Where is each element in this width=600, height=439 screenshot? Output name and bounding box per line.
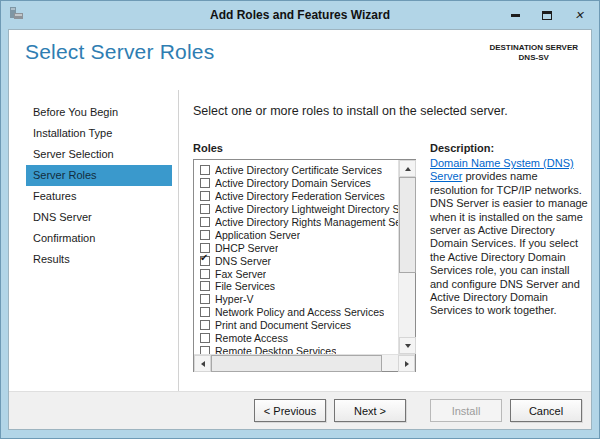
role-row-remote-access[interactable]: Remote Access — [200, 332, 398, 345]
role-row-network-policy-and-access-services[interactable]: Network Policy and Access Services — [200, 306, 398, 319]
role-checkbox-active-directory-rights-management-services[interactable] — [200, 217, 210, 227]
horizontal-scrollbar[interactable] — [194, 354, 415, 371]
role-label: Remote Access — [215, 332, 288, 344]
role-checkbox-fax-server[interactable] — [200, 269, 210, 279]
main-panel: Select one or more roles to install on t… — [180, 90, 591, 391]
sidebar-item-results[interactable]: Results — [26, 249, 172, 270]
role-label: DNS Server — [215, 255, 271, 267]
scroll-left-button[interactable] — [194, 355, 211, 372]
sidebar-item-features[interactable]: Features — [26, 186, 172, 207]
wizard-window: Add Roles and Features Wizard ✕ Select S… — [0, 0, 600, 439]
destination-server-label: DESTINATION SERVER — [489, 43, 578, 53]
minimize-button[interactable] — [507, 7, 523, 23]
role-row-dhcp-server[interactable]: DHCP Server — [200, 241, 398, 254]
sidebar-item-dns-server[interactable]: DNS Server — [26, 207, 172, 228]
titlebar[interactable]: Add Roles and Features Wizard ✕ — [1, 1, 599, 29]
close-icon: ✕ — [574, 10, 583, 21]
role-label: Print and Document Services — [215, 319, 351, 331]
role-label: File Services — [215, 280, 275, 292]
role-row-dns-server[interactable]: ✔DNS Server — [200, 254, 398, 267]
scroll-left-icon — [201, 361, 205, 367]
maximize-button[interactable] — [539, 7, 555, 23]
maximize-icon — [542, 11, 552, 20]
scroll-down-icon — [405, 344, 411, 348]
description-text: Domain Name System (DNS) Server provides… — [430, 157, 588, 318]
role-row-hyper-v[interactable]: Hyper-V — [200, 293, 398, 306]
wizard-app-icon — [9, 7, 25, 22]
role-checkbox-active-directory-lightweight-directory-services[interactable] — [200, 204, 210, 214]
description-label: Description: — [430, 142, 494, 154]
scroll-right-button[interactable] — [398, 355, 415, 372]
role-row-fax-server[interactable]: Fax Server — [200, 267, 398, 280]
scroll-down-button[interactable] — [399, 337, 416, 354]
wizard-steps-nav: Before You BeginInstallation TypeServer … — [9, 90, 179, 391]
minimize-icon — [511, 14, 520, 17]
role-row-active-directory-federation-services[interactable]: Active Directory Federation Services — [200, 190, 398, 203]
roles-list: Active Directory Certificate ServicesAct… — [194, 160, 398, 354]
role-row-application-server[interactable]: Application Server — [200, 228, 398, 241]
role-label: Active Directory Lightweight Directory S… — [215, 203, 398, 215]
role-label: Remote Desktop Services — [215, 345, 336, 354]
role-row-active-directory-domain-services[interactable]: Active Directory Domain Services — [200, 177, 398, 190]
scroll-up-button[interactable] — [399, 160, 416, 177]
role-label: Active Directory Certificate Services — [215, 164, 382, 176]
role-checkbox-active-directory-federation-services[interactable] — [200, 191, 210, 201]
role-checkbox-application-server[interactable] — [200, 230, 210, 240]
vertical-scrollbar-thumb[interactable] — [399, 177, 416, 273]
role-checkbox-active-directory-domain-services[interactable] — [200, 178, 210, 188]
wizard-header: Select Server Roles DESTINATION SERVER D… — [9, 30, 591, 90]
horizontal-scrollbar-thumb[interactable] — [211, 355, 382, 372]
sidebar-item-server-selection[interactable]: Server Selection — [26, 144, 172, 165]
scroll-right-icon — [405, 361, 409, 367]
role-checkbox-remote-access[interactable] — [200, 333, 210, 343]
role-checkbox-hyper-v[interactable] — [200, 294, 210, 304]
role-row-remote-desktop-services[interactable]: Remote Desktop Services — [200, 344, 398, 354]
role-label: Network Policy and Access Services — [215, 306, 384, 318]
footer-buttons: < PreviousNext >InstallCancel — [254, 399, 582, 422]
role-row-file-services[interactable]: File Services — [200, 280, 398, 293]
checkmark-icon: ✔ — [200, 253, 208, 263]
wizard-body: Select Server Roles DESTINATION SERVER D… — [8, 29, 592, 430]
role-label: Active Directory Domain Services — [215, 177, 371, 189]
install-button[interactable]: Install — [430, 399, 502, 422]
role-checkbox-dns-server[interactable]: ✔ — [200, 256, 210, 266]
sidebar-item-installation-type[interactable]: Installation Type — [26, 123, 172, 144]
sidebar-item-server-roles[interactable]: Server Roles — [26, 165, 172, 186]
destination-server-name: DNS-SV — [489, 53, 578, 63]
description-body: provides name resolution for TCP/IP netw… — [430, 170, 588, 316]
scroll-up-icon — [405, 167, 411, 171]
role-checkbox-print-and-document-services[interactable] — [200, 320, 210, 330]
close-button[interactable]: ✕ — [571, 7, 587, 23]
role-row-active-directory-certificate-services[interactable]: Active Directory Certificate Services — [200, 164, 398, 177]
footer: < PreviousNext >InstallCancel — [9, 391, 591, 429]
page-title: Select Server Roles — [25, 40, 214, 64]
role-label: Active Directory Rights Management Servi… — [215, 216, 398, 228]
cancel-button[interactable]: Cancel — [510, 399, 582, 422]
roles-listbox[interactable]: Active Directory Certificate ServicesAct… — [193, 159, 416, 372]
role-checkbox-file-services[interactable] — [200, 281, 210, 291]
vertical-scrollbar[interactable] — [398, 160, 415, 354]
next-button[interactable]: Next > — [334, 399, 406, 422]
roles-label: Roles — [193, 142, 223, 154]
role-row-active-directory-rights-management-services[interactable]: Active Directory Rights Management Servi… — [200, 216, 398, 229]
role-label: Application Server — [215, 229, 300, 241]
role-label: Fax Server — [215, 268, 266, 280]
role-row-active-directory-lightweight-directory-services[interactable]: Active Directory Lightweight Directory S… — [200, 203, 398, 216]
previous-button[interactable]: < Previous — [254, 399, 326, 422]
role-row-print-and-document-services[interactable]: Print and Document Services — [200, 319, 398, 332]
sidebar-item-before-you-begin[interactable]: Before You Begin — [26, 102, 172, 123]
destination-server-info: DESTINATION SERVER DNS-SV — [489, 43, 578, 63]
role-checkbox-active-directory-certificate-services[interactable] — [200, 165, 210, 175]
role-checkbox-remote-desktop-services[interactable] — [200, 346, 210, 354]
role-label: Active Directory Federation Services — [215, 190, 385, 202]
role-label: DHCP Server — [215, 242, 278, 254]
role-label: Hyper-V — [215, 293, 254, 305]
role-checkbox-network-policy-and-access-services[interactable] — [200, 307, 210, 317]
sidebar-item-confirmation[interactable]: Confirmation — [26, 228, 172, 249]
instruction-text: Select one or more roles to install on t… — [193, 104, 508, 118]
